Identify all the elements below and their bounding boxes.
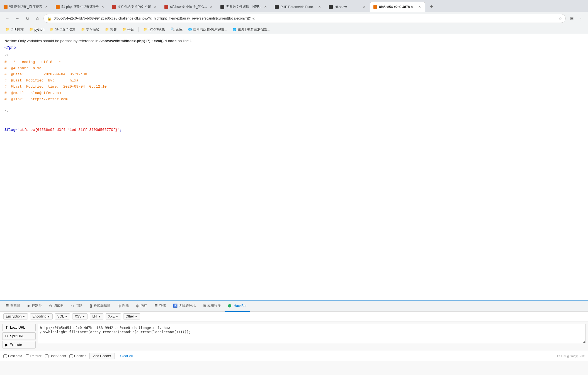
new-tab-button[interactable]: +	[426, 2, 436, 12]
bookmark-alfrede[interactable]: 🌐 自卑与超越-阿尔弗雷...	[186, 26, 229, 33]
user-agent-checkbox[interactable]	[45, 354, 48, 358]
tab-close-4[interactable]: ✕	[209, 5, 213, 9]
bookmark-edu[interactable]: 🌐 主页 | 教育漏洞报告...	[230, 26, 272, 33]
hackbar-menu-other[interactable]: Other ▼	[123, 313, 140, 319]
post-data-checkbox-label[interactable]: Post data	[3, 354, 22, 358]
tab-favicon-3	[112, 5, 116, 9]
tab-label-1: \\$ 正则匹配_百度搜索	[9, 4, 42, 9]
extensions-icon[interactable]: ⊞	[568, 15, 576, 22]
bookmark-separator	[139, 27, 139, 32]
bookmark-src[interactable]: 📁 SRC资产收集	[48, 26, 77, 33]
hackbar-menu-xxe[interactable]: XXE ▼	[106, 313, 121, 319]
tab-favicon-1	[4, 5, 8, 9]
user-agent-checkbox-label[interactable]: User Agent	[45, 354, 66, 358]
address-bar: ← → ↻ ⌂ 🔒 0fb5cd54-e2c0-4d7b-bf68-9942ca…	[0, 12, 588, 25]
load-url-button[interactable]: ⬆ Load URL	[2, 324, 36, 331]
hackbar: Encryption ▼ Encoding ▼ SQL ▼ XSS ▼ LFI …	[0, 312, 588, 375]
tab-6[interactable]: PHP Parametric Func... ✕	[271, 2, 325, 12]
bookmark-study[interactable]: 📁 学习经验	[79, 26, 102, 33]
devtools-tab-storage[interactable]: ☰ 存储	[151, 301, 169, 312]
post-data-checkbox[interactable]	[3, 354, 7, 358]
devtools-tab-performance[interactable]: ◎ 性能	[114, 301, 132, 312]
home-button[interactable]: ⌂	[33, 15, 41, 22]
tab-1[interactable]: \\$ 正则匹配_百度搜索 ✕	[0, 2, 52, 12]
tab-label-6: PHP Parametric Func...	[280, 5, 315, 9]
load-url-icon: ⬆	[5, 325, 8, 330]
devtools-tab-network[interactable]: ↑↓ 网络	[67, 301, 86, 312]
bookmarks-bar: 📁 CTF网站 📁 python 📁 SRC资产收集 📁 学习经验 📁 博客 📁…	[0, 25, 588, 34]
browser-chrome: \\$ 正则匹配_百度搜索 ✕ 51 php: 正则中匹配$符号 ✕ 文件包含支…	[0, 0, 588, 34]
referer-checkbox[interactable]	[26, 354, 29, 358]
hackbar-menu-xss[interactable]: XSS ▼	[72, 313, 88, 319]
code-line-5: # @Last Modified time: 2020-09-04 05:12:…	[4, 84, 584, 90]
devtools-tab-hackbar[interactable]: HackBar	[225, 301, 250, 312]
clear-all-button[interactable]: Clear All	[118, 353, 135, 359]
encoding-label: Encoding	[33, 314, 47, 318]
toolbar-icons: ⊞ ⋮	[568, 15, 585, 22]
tab-close-2[interactable]: ✕	[100, 5, 105, 9]
execute-button[interactable]: ▶ Execute	[2, 341, 36, 348]
split-url-button[interactable]: ✂ Split URL	[2, 332, 36, 340]
bookmark-typora[interactable]: 📁 Typora收集	[141, 26, 167, 33]
bookmark-platform[interactable]: 📁 平台	[120, 26, 136, 33]
tab-5[interactable]: 无参数文件读取 - NPF... ✕	[217, 2, 271, 12]
other-arrow: ▼	[135, 315, 138, 318]
tab-8[interactable]: 0fb5cd54-e2c0-4d7b-b... ✕	[370, 2, 425, 12]
tab-favicon-4	[164, 5, 168, 9]
devtools-tab-style[interactable]: {} 样式编辑器	[86, 301, 114, 312]
devtools-tab-inspector[interactable]: ☰ 查看器	[2, 301, 24, 312]
add-header-button[interactable]: Add Header	[89, 353, 115, 359]
execute-label: Execute	[10, 343, 22, 347]
tab-label-3: 文件包含支持的伪协议	[118, 4, 151, 9]
tab-close-8[interactable]: ✕	[417, 5, 422, 9]
tab-3[interactable]: 文件包含支持的伪协议 ✕	[108, 2, 161, 12]
code-comment-close: */	[4, 109, 584, 115]
bookmark-blog[interactable]: 📁 博客	[103, 26, 119, 33]
bookmark-bing[interactable]: 🔍 必应	[168, 26, 184, 33]
bookmark-ctf[interactable]: 📁 CTF网站	[3, 26, 26, 33]
forward-button[interactable]: →	[13, 15, 21, 22]
devtools-tab-console[interactable]: ▶ 控制台	[24, 301, 45, 312]
tab-favicon-5	[220, 5, 224, 9]
tab-2[interactable]: 51 php: 正则中匹配$符号 ✕	[52, 2, 108, 12]
tab-4[interactable]: ctfshow 命令执行_何么... ✕	[161, 2, 217, 12]
split-url-icon: ✂	[5, 334, 8, 338]
bookmark-python[interactable]: 📁 python	[27, 27, 47, 32]
code-line-4: # @Last Modified by: hlxa	[4, 78, 584, 84]
tab-close-1[interactable]: ✕	[44, 5, 48, 9]
tab-close-7[interactable]: ✕	[362, 5, 366, 9]
cookies-checkbox[interactable]	[69, 354, 73, 358]
hackbar-url-area	[38, 324, 586, 348]
hackbar-menu-encoding[interactable]: Encoding ▼	[30, 313, 53, 319]
tab-label-5: 无参数文件读取 - NPF...	[226, 4, 261, 9]
tab-close-6[interactable]: ✕	[317, 5, 322, 9]
referer-label: Referer	[30, 354, 42, 358]
load-url-label: Load URL	[10, 326, 25, 330]
execute-icon: ▶	[5, 343, 8, 347]
devtools-tab-app[interactable]: ⊞ 应用程序	[200, 301, 224, 312]
flag-line: $flag="ctfshow{64536e02-d3f4-41ed-81ff-3…	[4, 127, 584, 133]
hackbar-body: ⬆ Load URL ✂ Split URL ▶ Execute	[0, 321, 588, 351]
devtools-tab-accessibility[interactable]: ♿ 无障碍环境	[170, 301, 199, 312]
menu-icon[interactable]: ⋮	[577, 15, 585, 22]
hackbar-menu-lfi[interactable]: LFI ▼	[90, 313, 103, 319]
refresh-button[interactable]: ↻	[23, 15, 31, 22]
cookies-checkbox-label[interactable]: Cookies	[69, 354, 86, 358]
encoding-arrow: ▼	[47, 315, 50, 318]
hackbar-menu-encryption[interactable]: Encryption ▼	[3, 313, 28, 319]
tab-label-4: ctfshow 命令执行_何么...	[170, 4, 207, 9]
devtools-tabs: ☰ 查看器 ▶ 控制台 ⊙ 调试器 ↑↓ 网络 {} 样式编辑器 ◎ 性能 ◎ …	[0, 301, 588, 312]
tab-favicon-7	[329, 5, 333, 9]
devtools-tab-memory[interactable]: ◎ 内存	[133, 301, 150, 312]
url-box[interactable]: 🔒 0fb5cd54-e2c0-4d7b-bf68-9942cad0cce8.c…	[43, 14, 566, 23]
referer-checkbox-label[interactable]: Referer	[26, 354, 42, 358]
hackbar-url-input[interactable]	[38, 324, 586, 343]
back-button[interactable]: ←	[3, 15, 11, 22]
tab-close-5[interactable]: ✕	[263, 5, 268, 9]
tab-close-3[interactable]: ✕	[153, 5, 157, 9]
tab-label-2: 51 php: 正则中匹配$符号	[61, 4, 99, 9]
hackbar-menu-sql[interactable]: SQL ▼	[55, 313, 70, 319]
tab-7[interactable]: ctf.show ✕	[325, 2, 370, 12]
php-open-tag: <?php	[4, 45, 584, 50]
devtools-tab-debugger[interactable]: ⊙ 调试器	[46, 301, 67, 312]
